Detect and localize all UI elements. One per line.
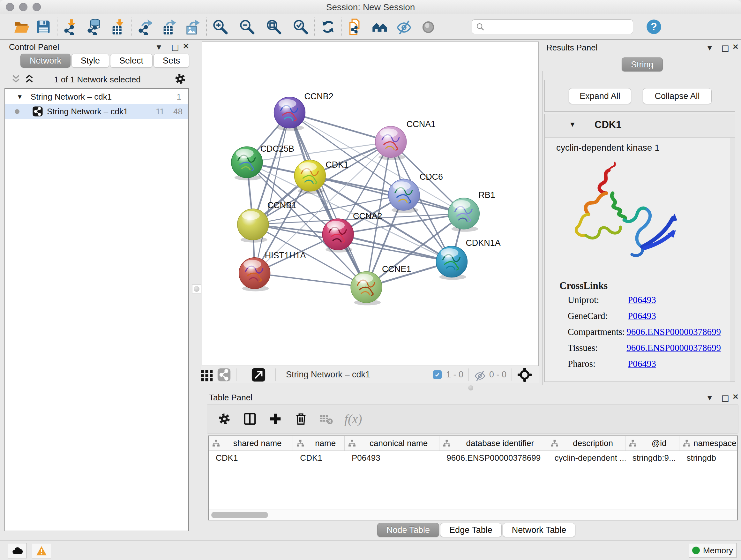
zoom-selected-button[interactable] (292, 18, 310, 36)
import-table-button[interactable] (109, 18, 127, 36)
tab-style[interactable]: Style (71, 54, 109, 68)
network-node[interactable] (294, 160, 326, 194)
crosslink-link[interactable]: 9606.ENSP00000378699 (626, 343, 721, 353)
zoom-fit-button[interactable] (265, 18, 283, 36)
tab-edge-table[interactable]: Edge Table (440, 523, 502, 537)
apply-layout-button[interactable] (319, 18, 337, 36)
show-hidden-button[interactable] (419, 18, 437, 36)
zoom-in-button[interactable] (211, 18, 229, 36)
string-view-button[interactable] (217, 367, 231, 383)
export-network-button[interactable] (137, 18, 154, 36)
results-panel-menu-button[interactable]: ▼ (706, 44, 714, 52)
table-horizontal-scrollbar[interactable] (209, 509, 737, 520)
network-node[interactable] (448, 198, 480, 232)
zoom-out-button[interactable] (238, 18, 256, 36)
table-cell[interactable]: CDK1 (293, 451, 345, 465)
tab-node-table[interactable]: Node Table (377, 523, 439, 537)
scrollbar-thumb[interactable] (211, 512, 268, 518)
column-header-canonical-name[interactable]: canonical name (345, 436, 440, 450)
home-button[interactable] (371, 18, 389, 36)
column-header-@id[interactable]: @id (625, 436, 680, 450)
search-input[interactable] (472, 19, 633, 34)
table-options-button[interactable] (216, 411, 232, 427)
import-network-file-button[interactable] (62, 18, 80, 36)
open-session-button[interactable] (13, 18, 30, 36)
results-panel-close-button[interactable]: × (733, 43, 738, 51)
expand-all-button[interactable]: Expand All (569, 88, 631, 104)
network-row-selected[interactable]: String Network – cdk1 11 48 (5, 104, 188, 119)
hierarchy-icon (550, 439, 559, 447)
open-in-new-window-button[interactable] (251, 367, 266, 383)
table-panel-float-button[interactable]: ◻ (721, 392, 729, 403)
hide-unhide-button[interactable] (395, 18, 413, 36)
table-row[interactable]: CDK1CDK1P064939606.ENSP00000378699cyclin… (209, 451, 737, 465)
crosslink-link[interactable]: P06493 (628, 295, 656, 305)
network-node[interactable] (388, 179, 420, 213)
column-header-name[interactable]: name (293, 436, 345, 450)
delete-table-button[interactable] (318, 411, 335, 427)
network-edge[interactable] (255, 273, 366, 287)
column-header-namespace[interactable]: namespace (679, 436, 737, 450)
export-image-button[interactable] (184, 18, 202, 36)
table-cell[interactable]: stringdb (679, 451, 737, 465)
crosslink-link[interactable]: P06493 (628, 311, 656, 321)
control-panel-menu-button[interactable]: ▼ (155, 43, 163, 52)
network-node[interactable] (436, 246, 468, 280)
collapse-all-button[interactable]: Collapse All (643, 88, 712, 104)
tab-network-table[interactable]: Network Table (502, 523, 576, 537)
table-cell[interactable]: stringdb:9... (625, 451, 680, 465)
results-node-header[interactable]: ▼ CDK1 (545, 114, 735, 138)
node-collapse-caret[interactable]: ▼ (569, 120, 576, 129)
warnings-button[interactable] (32, 543, 51, 558)
network-node[interactable] (239, 258, 270, 292)
export-table-button[interactable] (160, 18, 178, 36)
memory-button[interactable]: Memory (689, 543, 737, 558)
cloud-button[interactable] (8, 543, 27, 558)
network-edge[interactable] (255, 113, 290, 273)
network-node[interactable] (231, 146, 263, 180)
column-header-shared-name[interactable]: shared name (209, 436, 293, 450)
table-cell[interactable]: 9606.ENSP00000378699 (440, 451, 547, 465)
results-scrollbar[interactable] (730, 138, 735, 381)
network-edge[interactable] (289, 113, 366, 287)
horizontal-splitter-handle[interactable] (468, 385, 473, 390)
tab-select[interactable]: Select (110, 54, 152, 68)
tab-sets[interactable]: Sets (153, 54, 189, 68)
table-cell[interactable]: P06493 (345, 451, 440, 465)
table-cell[interactable]: CDK1 (209, 451, 293, 465)
function-builder-button[interactable]: f(x) (344, 412, 362, 427)
crosslink-link[interactable]: P06493 (628, 359, 656, 369)
help-button[interactable]: ? (645, 18, 663, 36)
delete-column-button[interactable] (293, 411, 309, 427)
expand-all-networks-button[interactable] (23, 74, 35, 84)
network-node[interactable] (238, 209, 269, 243)
network-options-button[interactable] (174, 72, 187, 85)
check-icon (434, 372, 440, 378)
control-panel-float-button[interactable]: ◻ (171, 42, 179, 53)
save-session-button[interactable] (35, 18, 52, 36)
selected-checkbox[interactable] (433, 370, 442, 379)
column-header-description[interactable]: description (547, 436, 625, 450)
crosslink-link[interactable]: 9606.ENSP00000378699 (626, 327, 721, 337)
control-panel-close-button[interactable]: × (183, 42, 189, 50)
network-collection-row[interactable]: ▼ String Network – cdk1 1 (5, 89, 188, 104)
table-cell[interactable]: cyclin-dependent ... (547, 451, 625, 465)
column-header-database-identifier[interactable]: database identifier (440, 436, 547, 450)
table-panel-close-button[interactable]: × (733, 393, 738, 400)
network-node[interactable] (375, 126, 407, 160)
show-column-button[interactable] (242, 411, 258, 427)
left-splitter-handle[interactable] (192, 285, 201, 294)
share-network-document-button[interactable] (347, 18, 364, 36)
results-panel-float-button[interactable]: ◻ (721, 42, 729, 53)
tab-string[interactable]: String (622, 57, 663, 71)
import-network-database-button[interactable] (85, 18, 104, 36)
navigate-mode-button[interactable] (517, 367, 532, 382)
birds-eye-view-button[interactable] (200, 367, 214, 383)
tab-network[interactable]: Network (20, 54, 71, 68)
network-canvas[interactable]: CCNB2CCNA1CDC25BCDK1CDC6RB1CCNB1CCNA2CDK… (202, 42, 539, 366)
collapse-all-networks-button[interactable] (10, 74, 22, 84)
collection-expand-caret[interactable]: ▼ (17, 93, 23, 101)
table-panel-menu-button[interactable]: ▼ (706, 393, 714, 402)
network-node[interactable] (351, 272, 382, 306)
create-column-button[interactable] (267, 411, 284, 427)
